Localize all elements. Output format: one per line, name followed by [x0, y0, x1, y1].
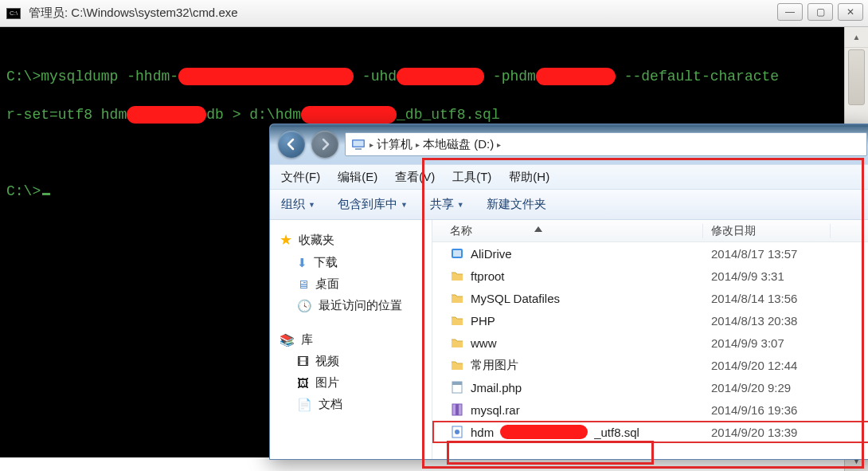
pictures-icon: 🖼	[297, 376, 309, 390]
menu-help[interactable]: 帮助(H)	[509, 170, 549, 185]
cmd-icon: C:\	[6, 8, 21, 19]
scroll-thumb[interactable]	[848, 49, 865, 105]
cmd-title: 管理员: C:\Windows\system32\cmd.exe	[29, 6, 238, 21]
sidebar-label: 图片	[315, 375, 339, 391]
desktop-icon: 🖥	[297, 277, 309, 291]
explorer-menubar: 文件(F) 编辑(E) 查看(V) 工具(T) 帮助(H)	[270, 164, 868, 190]
file-name: ftproot	[471, 269, 505, 283]
chevron-down-icon: ▼	[457, 201, 464, 209]
explorer-window[interactable]: ▸ 计算机 ▸ 本地磁盘 (D:) ▸ 文件(F) 编辑(E) 查看(V) 工具…	[269, 124, 868, 460]
tb-share[interactable]: 共享▼	[430, 197, 464, 212]
redacted-user	[397, 68, 484, 85]
minimize-button[interactable]: —	[777, 3, 803, 21]
cmd-titlebar[interactable]: C:\ 管理员: C:\Windows\system32\cmd.exe — ▢…	[0, 0, 868, 27]
sidebar-label: 视频	[315, 354, 339, 369]
nav-back-button[interactable]	[278, 131, 305, 158]
sidebar-pictures[interactable]: 🖼图片	[275, 372, 427, 394]
breadcrumb-computer[interactable]: 计算机	[377, 137, 412, 152]
file-date-cell: 2014/8/14 13:56	[703, 292, 831, 305]
redacted-host	[178, 68, 354, 85]
svg-point-10	[455, 430, 459, 434]
file-date-cell: 2014/9/16 19:36	[703, 403, 831, 417]
file-date-cell: 2014/9/9 3:07	[703, 336, 831, 350]
file-name-cell: hdm_utf8.sql	[432, 425, 703, 439]
docs-icon: 📄	[297, 398, 312, 412]
file-name: MySQL Datafiles	[471, 292, 560, 305]
svg-rect-1	[354, 141, 364, 147]
col-name[interactable]: 名称	[432, 224, 703, 238]
breadcrumb[interactable]: ▸ 计算机 ▸ 本地磁盘 (D:) ▸	[345, 132, 867, 156]
sidebar-label: 收藏夹	[299, 233, 334, 248]
file-row[interactable]: PHP2014/8/13 20:38	[432, 309, 868, 332]
file-name: PHP	[471, 314, 495, 328]
redacted-pass	[536, 68, 616, 85]
file-row[interactable]: www2014/9/9 3:07	[432, 332, 868, 354]
col-date[interactable]: 修改日期	[703, 224, 831, 238]
tb-include[interactable]: 包含到库中▼	[338, 197, 408, 212]
download-icon: ⬇	[297, 256, 307, 270]
menu-file[interactable]: 文件(F)	[281, 170, 320, 185]
file-row[interactable]: mysql.rar2014/9/16 19:36	[432, 398, 868, 421]
file-row[interactable]: AliDrive2014/8/17 13:57	[432, 242, 868, 265]
cmd-text: C:\>mysqldump -hhdm-	[6, 69, 178, 84]
file-row[interactable]: hdm_utf8.sql2014/9/20 13:39	[432, 421, 868, 443]
file-name-part: hdm	[471, 426, 494, 439]
sidebar-favorites[interactable]: ★收藏夹	[275, 228, 427, 252]
video-icon: 🎞	[297, 355, 309, 368]
sidebar-docs[interactable]: 📄文档	[275, 394, 427, 415]
star-icon: ★	[280, 231, 292, 249]
breadcrumb-drive[interactable]: 本地磁盘 (D:)	[423, 137, 494, 152]
file-name-cell: www	[432, 336, 703, 350]
arrow-left-icon	[285, 138, 298, 151]
tb-newfolder-label: 新建文件夹	[487, 197, 546, 212]
file-row[interactable]: Jmail.php2014/9/20 9:29	[432, 376, 868, 398]
file-date-cell: 2014/9/20 9:29	[703, 381, 831, 394]
cmd-text: r-set=utf8 hdm	[6, 107, 127, 123]
file-name: 常用图片	[471, 358, 518, 373]
file-name-cell: Jmail.php	[432, 380, 703, 394]
cmd-text: -phdm	[484, 69, 536, 84]
file-name: Jmail.php	[471, 381, 522, 394]
file-row[interactable]: MySQL Datafiles2014/8/14 13:56	[432, 287, 868, 309]
file-date-cell: 2014/9/20 12:44	[703, 359, 831, 372]
sidebar-label: 最近访问的位置	[319, 298, 402, 313]
file-name-cell: ftproot	[432, 269, 703, 283]
window-buttons: — ▢ ✕	[777, 3, 863, 21]
maximize-button[interactable]: ▢	[807, 3, 833, 21]
redacted-filename	[500, 425, 588, 439]
svg-rect-4	[453, 250, 461, 257]
sidebar-label: 库	[301, 332, 313, 347]
computer-icon	[350, 137, 366, 151]
folder-icon	[450, 336, 464, 350]
file-list: AliDrive2014/8/17 13:57ftproot2014/9/9 3…	[432, 242, 868, 459]
close-button[interactable]: ✕	[838, 3, 863, 21]
sidebar-label: 桌面	[315, 277, 339, 292]
menu-tools[interactable]: 工具(T)	[452, 170, 491, 185]
file-name-cell: 常用图片	[432, 358, 703, 373]
file-row[interactable]: 常用图片2014/9/20 12:44	[432, 354, 868, 376]
file-name-cell: AliDrive	[432, 246, 703, 261]
svg-rect-6	[452, 382, 462, 385]
cmd-line-2: r-set=utf8 hdmdb > d:\hdm_db_utf8.sql	[6, 104, 838, 126]
chevron-right-icon: ▸	[416, 140, 420, 149]
tb-include-label: 包含到库中	[338, 197, 397, 212]
sidebar-label: 下载	[314, 255, 338, 270]
sidebar-video[interactable]: 🎞视频	[275, 351, 427, 372]
sidebar-desktop[interactable]: 🖥桌面	[275, 273, 427, 295]
menu-edit[interactable]: 编辑(E)	[338, 170, 377, 185]
file-row[interactable]: ftproot2014/9/9 3:31	[432, 265, 868, 287]
tb-newfolder[interactable]: 新建文件夹	[487, 197, 546, 212]
cursor-icon	[42, 193, 50, 195]
svg-rect-2	[355, 148, 362, 150]
sidebar-recent[interactable]: 🕓最近访问的位置	[275, 295, 427, 316]
file-name: mysql.rar	[471, 403, 520, 417]
recent-icon: 🕓	[297, 299, 312, 313]
cmd-text: --default-characte	[616, 69, 779, 84]
scroll-up-button[interactable]: ▲	[845, 27, 868, 48]
arrow-right-icon	[319, 138, 331, 151]
sidebar-library[interactable]: 📚库	[275, 329, 427, 351]
nav-forward-button[interactable]	[311, 131, 338, 158]
sidebar-downloads[interactable]: ⬇下载	[275, 252, 427, 273]
menu-view[interactable]: 查看(V)	[395, 170, 435, 185]
tb-organize[interactable]: 组织▼	[281, 197, 315, 212]
